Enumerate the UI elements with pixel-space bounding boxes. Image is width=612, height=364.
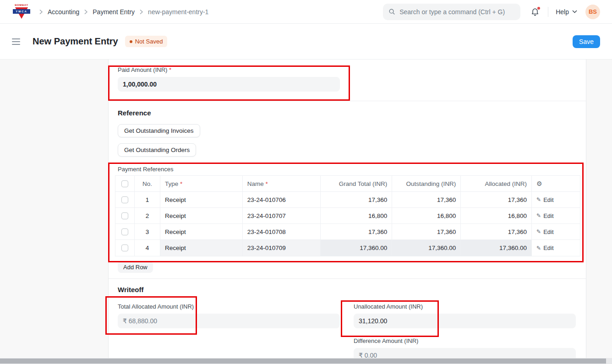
add-row-button[interactable]: Add Row [118, 261, 153, 273]
cell-name[interactable]: 23-24-010706 [242, 192, 320, 208]
cell-row-number: 4 [134, 240, 160, 256]
cell-allocated[interactable]: 17,360.00 [461, 240, 532, 256]
sidebar-toggle-icon[interactable] [12, 38, 20, 45]
payment-references-table: No. Type * Name * Grand Total (INR) Outs… [115, 175, 580, 256]
col-header-type: Type * [160, 176, 242, 192]
cell-row-number: 3 [134, 224, 160, 240]
cell-type[interactable]: Receipt [160, 224, 242, 240]
edit-row-button[interactable]: ✎Edit [536, 244, 553, 251]
cell-allocated[interactable]: 16,800 [461, 208, 532, 224]
edit-row-button[interactable]: ✎Edit [536, 196, 553, 203]
table-header-row: No. Type * Name * Grand Total (INR) Outs… [115, 176, 580, 192]
pencil-icon: ✎ [536, 245, 541, 251]
total-allocated-field: Total Allocated Amount (INR) ₹ 68,880.00 [118, 303, 340, 363]
col-header-outstanding: Outstanding (INR) [392, 176, 461, 192]
help-label: Help [556, 8, 569, 16]
navbar-right-cluster: Help BS [530, 5, 600, 19]
payment-amounts-section: Paid Amount (INR) * [118, 60, 577, 101]
cell-row-number: 2 [134, 208, 160, 224]
help-menu[interactable]: Help [556, 8, 577, 16]
cell-name[interactable]: 23-24-010709 [242, 240, 320, 256]
col-header-name: Name * [242, 176, 320, 192]
breadcrumb-item-accounting[interactable]: Accounting [48, 8, 79, 16]
status-text: Not Saved [135, 38, 163, 45]
pencil-icon: ✎ [536, 212, 541, 219]
pencil-icon: ✎ [536, 228, 541, 235]
cell-outstanding[interactable]: 17,360.00 [392, 240, 461, 256]
table-row: 1 Receipt 23-24-010706 17,360 17,360 17,… [115, 192, 580, 208]
cell-grand-total[interactable]: 17,360 [320, 192, 392, 208]
notifications-bell-icon[interactable] [530, 7, 541, 17]
cell-type[interactable]: Receipt [160, 240, 242, 256]
table-row: 3 Receipt 23-24-010708 17,360 17,360 17,… [115, 224, 580, 240]
breadcrumb-item-payment-entry[interactable]: Payment Entry [93, 8, 135, 16]
unallocated-label: Unallocated Amount (INR) [354, 303, 576, 310]
page-title: New Payment Entry [33, 36, 118, 47]
total-allocated-value: ₹ 68,880.00 [118, 314, 340, 328]
total-allocated-label: Total Allocated Amount (INR) [118, 303, 340, 310]
horizontal-scrollbar[interactable] [0, 358, 612, 364]
user-avatar[interactable]: BS [585, 5, 600, 19]
status-dot-icon [130, 40, 132, 43]
difference-label: Difference Amount (INR) [354, 337, 576, 344]
breadcrumb-item-current[interactable]: new-payment-entry-1 [148, 8, 208, 16]
cell-allocated[interactable]: 17,360 [461, 192, 532, 208]
reference-section-heading: Reference [118, 109, 577, 117]
cell-outstanding[interactable]: 17,360 [392, 224, 461, 240]
top-navbar: BOMBAY YMCA Accounting Payment Entry new… [0, 0, 612, 24]
form-card: Paid Amount (INR) * Reference Get Outsta… [108, 60, 586, 364]
notification-dot [537, 7, 540, 10]
save-button[interactable]: Save [573, 35, 600, 48]
status-badge: Not Saved [125, 36, 168, 47]
row-checkbox[interactable] [121, 228, 128, 235]
app-logo[interactable]: BOMBAY YMCA [12, 3, 31, 21]
cell-name[interactable]: 23-24-010708 [242, 224, 320, 240]
cell-grand-total[interactable]: 17,360 [320, 224, 392, 240]
chevron-down-icon [572, 10, 577, 13]
page-header: New Payment Entry Not Saved Save [0, 24, 612, 60]
cell-type[interactable]: Receipt [160, 208, 242, 224]
table-row: 2 Receipt 23-24-010707 16,800 16,800 16,… [115, 208, 580, 224]
get-outstanding-orders-button[interactable]: Get Outstanding Orders [118, 143, 196, 157]
breadcrumb: Accounting Payment Entry new-payment-ent… [39, 8, 208, 16]
paid-amount-field: Paid Amount (INR) * [118, 66, 340, 92]
edit-row-button[interactable]: ✎Edit [536, 212, 553, 219]
cell-row-number: 1 [134, 192, 160, 208]
row-checkbox[interactable] [121, 196, 128, 203]
paid-amount-label: Paid Amount (INR) * [118, 66, 340, 73]
cell-outstanding[interactable]: 16,800 [392, 208, 461, 224]
table-settings-gear-icon[interactable]: ⚙ [532, 176, 580, 192]
navbar-divider [548, 7, 548, 17]
col-header-allocated: Allocated (INR) [461, 176, 532, 192]
table-row-focused: 4 Receipt 23-24-010709 17,360.00 17,360.… [115, 240, 580, 256]
unallocated-input[interactable] [359, 317, 571, 325]
logo-text-band: YMCA [13, 9, 30, 14]
writeoff-section: Writeoff Total Allocated Amount (INR) ₹ … [118, 279, 577, 363]
cell-name[interactable]: 23-24-010707 [242, 208, 320, 224]
col-header-grand-total: Grand Total (INR) [320, 176, 392, 192]
chevron-right-icon [39, 9, 43, 15]
cell-grand-total[interactable]: 16,800 [320, 208, 392, 224]
cell-type[interactable]: Receipt [160, 192, 242, 208]
global-search[interactable] [383, 4, 520, 20]
search-icon [388, 8, 395, 15]
chevron-right-icon [84, 9, 87, 15]
cell-allocated[interactable]: 17,360 [461, 224, 532, 240]
logo-text-top: BOMBAY [12, 4, 31, 6]
col-header-no: No. [134, 176, 160, 192]
writeoff-section-heading: Writeoff [118, 286, 577, 293]
reference-section: Reference Get Outstanding Invoices Get O… [118, 101, 577, 278]
row-checkbox[interactable] [121, 212, 128, 219]
edit-row-button[interactable]: ✎Edit [536, 228, 553, 235]
select-all-checkbox[interactable] [121, 180, 128, 187]
row-checkbox[interactable] [121, 244, 128, 251]
cell-grand-total[interactable]: 17,360.00 [320, 240, 392, 256]
paid-amount-input[interactable] [123, 81, 335, 88]
payment-references-label: Payment References [118, 166, 577, 173]
scrollbar-thumb[interactable] [0, 359, 606, 364]
chevron-right-icon [140, 9, 143, 15]
cell-outstanding[interactable]: 17,360 [392, 192, 461, 208]
search-input[interactable] [399, 8, 515, 16]
get-outstanding-invoices-button[interactable]: Get Outstanding Invoices [118, 124, 200, 137]
unallocated-field: Unallocated Amount (INR) [354, 303, 576, 328]
